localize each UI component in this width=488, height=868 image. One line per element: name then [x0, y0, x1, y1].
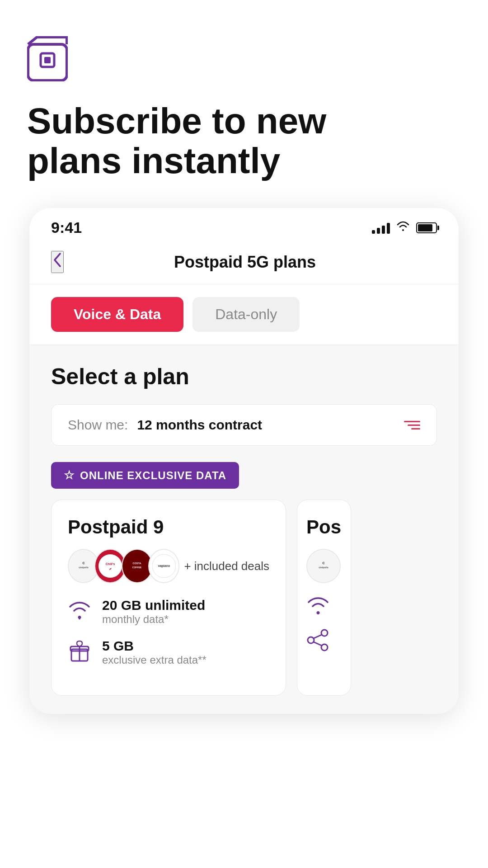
filter-value: 12 months contract [137, 417, 404, 433]
svg-text:cinépolis: cinépolis [79, 566, 89, 569]
gift-feature-icon [68, 639, 91, 663]
extra-data-label: exclusive extra data** [102, 654, 206, 666]
main-content: Select a plan Show me: 12 months contrac… [29, 345, 459, 714]
exclusive-badge: ☆ ONLINE EXCLUSIVE DATA [51, 462, 239, 489]
svg-text:Chili's: Chili's [106, 562, 115, 566]
svg-text:COFFEE: COFFEE [132, 566, 142, 569]
included-deals-text: + included deals [184, 559, 269, 573]
svg-rect-2 [44, 57, 51, 63]
cinepolis-logo-partial: C cinépolis [306, 549, 341, 583]
vapiano-logo: vapiano [148, 549, 179, 583]
extra-data-amount: 5 GB [102, 638, 206, 654]
svg-text:cinépolis: cinépolis [319, 566, 328, 569]
svg-text:vapiano: vapiano [158, 564, 169, 568]
nav-bar: Postpaid 5G plans [29, 242, 459, 284]
signal-bars-icon [372, 222, 390, 234]
plan-name: Postpaid 9 [68, 516, 269, 538]
page-wrapper: Subscribe to new plans instantly 9:41 [0, 0, 488, 868]
svg-text:COSTA: COSTA [133, 562, 141, 565]
badge-text: ONLINE EXCLUSIVE DATA [80, 469, 226, 482]
back-button[interactable] [51, 251, 64, 273]
data-amount: 20 GB unlimited [102, 598, 205, 613]
partial-logo: C cinépolis [306, 549, 342, 583]
status-time: 9:41 [51, 219, 82, 236]
tab-voice-data[interactable]: Voice & Data [51, 297, 183, 332]
status-bar: 9:41 [29, 208, 459, 242]
svg-text:C: C [322, 561, 324, 565]
svg-point-6 [99, 554, 122, 578]
phone-mockup: 9:41 [29, 208, 459, 714]
plan-card-postpaid9[interactable]: Postpaid 9 C cinépolis [51, 500, 286, 696]
wifi-status-icon [396, 220, 410, 235]
partial-share [306, 628, 342, 654]
filter-icon[interactable] [404, 421, 420, 429]
tab-data-only[interactable]: Data-only [192, 297, 300, 332]
hero-heading: Subscribe to new plans instantly [27, 101, 461, 181]
wifi-feature-icon [68, 599, 91, 622]
nav-title: Postpaid 5G plans [64, 253, 426, 272]
sim-icon [27, 36, 461, 101]
filter-row[interactable]: Show me: 12 months contract [51, 404, 437, 446]
plan-name-partial: Pos [306, 516, 342, 538]
tab-row: Voice & Data Data-only [29, 284, 459, 345]
plans-row: Postpaid 9 C cinépolis [51, 500, 437, 696]
star-icon: ☆ [64, 468, 75, 482]
svg-text:C: C [82, 561, 84, 565]
data-label: monthly data* [102, 613, 205, 626]
svg-text:🌶: 🌶 [109, 567, 112, 570]
deal-logos: C cinépolis Chili's 🌶 [68, 549, 269, 583]
plan-card-partial[interactable]: Pos C cinépolis [297, 500, 351, 696]
partial-wifi [306, 596, 342, 618]
data-feature: 20 GB unlimited monthly data* [68, 598, 269, 626]
status-icons [372, 220, 437, 235]
extra-data-feature: 5 GB exclusive extra data** [68, 638, 269, 666]
section-title: Select a plan [51, 363, 437, 390]
battery-icon [416, 222, 437, 233]
filter-label: Show me: [68, 417, 128, 433]
